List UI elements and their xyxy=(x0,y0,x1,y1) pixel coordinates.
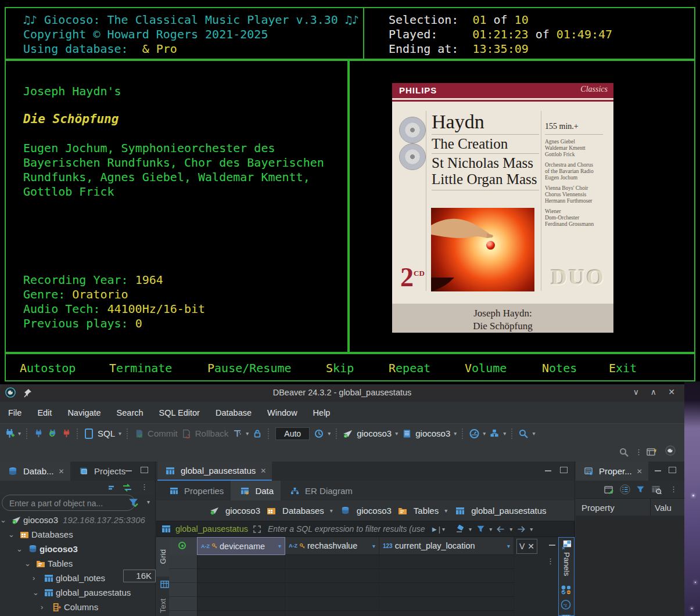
property-column-header[interactable]: Property xyxy=(576,503,615,513)
menu-notes[interactable]: Notes xyxy=(542,361,577,375)
cell[interactable] xyxy=(379,555,514,569)
connect-icon[interactable] xyxy=(33,428,44,439)
commit-icon[interactable] xyxy=(134,428,144,439)
minimize-button[interactable]: ∨ xyxy=(633,387,639,397)
cell[interactable] xyxy=(285,583,379,597)
metadata-panel-icon[interactable] xyxy=(561,613,571,616)
row-header[interactable] xyxy=(169,583,197,597)
cell[interactable] xyxy=(285,597,379,611)
tree-table-global-notes[interactable]: › global_notes xyxy=(33,571,105,585)
column-header-devicename[interactable]: A-Z devicename ▾ xyxy=(197,537,285,555)
breadcrumb-connection[interactable]: giocoso3 xyxy=(225,506,260,516)
chevron-down-icon[interactable]: ▾ xyxy=(489,526,492,532)
row-header[interactable] xyxy=(169,555,197,569)
chevron-down-icon[interactable]: ▾ xyxy=(532,430,535,437)
tab-database-navigator[interactable]: Datab... ✕ xyxy=(0,462,70,481)
panels-icon[interactable] xyxy=(561,539,572,550)
chevron-down-icon[interactable]: ▾ xyxy=(18,430,21,437)
database-selector[interactable]: giocoso3 xyxy=(415,428,450,438)
chevron-down-icon[interactable]: ▾ xyxy=(330,507,333,514)
cell[interactable] xyxy=(285,555,379,569)
subtab-data[interactable]: Data xyxy=(231,481,281,500)
commit-mode-select[interactable]: Auto xyxy=(275,427,310,440)
tree-connection-giocoso3[interactable]: ⌄ giocoso3 192.168.137.25:3306 xyxy=(0,513,145,527)
chevron-down-icon[interactable]: ▾ xyxy=(469,526,472,532)
minimize-value-panel-icon[interactable] xyxy=(549,543,555,546)
tree-table-global-pausestatus[interactable]: ⌄ global_pausestatus xyxy=(33,585,131,600)
expander-icon[interactable]: ⌄ xyxy=(8,530,17,539)
minimize-panel-icon[interactable] xyxy=(125,469,132,471)
tab-global-pausestatus[interactable]: global_pausestatus ✕ xyxy=(157,462,272,481)
apply-filter-icon[interactable]: ▶ xyxy=(432,526,437,532)
close-button[interactable]: ✕ xyxy=(668,387,675,397)
close-icon[interactable]: ✕ xyxy=(637,467,642,475)
column-header-current-play-location[interactable]: 123 current_play_location ▾ xyxy=(379,537,514,555)
transaction-log-icon[interactable] xyxy=(232,428,242,439)
cell[interactable] xyxy=(379,569,514,583)
dbeaver-perspective-icon[interactable] xyxy=(665,445,676,456)
tree-columns[interactable]: › Columns xyxy=(41,600,98,614)
maximize-editor-icon[interactable] xyxy=(560,467,568,473)
clear-filter-icon[interactable] xyxy=(455,524,465,534)
menu-search[interactable]: Search xyxy=(117,408,143,417)
menu-terminate[interactable]: Terminate xyxy=(109,361,172,375)
chevron-down-icon[interactable]: ▾ xyxy=(483,430,486,437)
expander-icon[interactable]: ⌄ xyxy=(0,516,9,524)
menu-pause-resume[interactable]: Pause/Resume xyxy=(207,361,292,375)
collapse-all-icon[interactable] xyxy=(107,482,117,493)
view-menu-icon[interactable]: ⋮ xyxy=(141,482,148,491)
database-doc-icon[interactable] xyxy=(401,428,412,439)
cell[interactable] xyxy=(379,583,514,597)
menu-exit[interactable]: Exit xyxy=(609,361,637,375)
connection-selector[interactable]: giocoso3 xyxy=(357,428,392,438)
properties-menu-icon[interactable]: ⋮ xyxy=(670,485,677,493)
rollback-icon[interactable] xyxy=(181,428,192,439)
row-header[interactable] xyxy=(169,611,197,616)
chevron-down-icon[interactable]: ▾ xyxy=(147,499,150,505)
cell[interactable] xyxy=(379,611,514,616)
filters-icon[interactable] xyxy=(475,524,486,534)
sql-label[interactable]: SQL xyxy=(98,428,115,438)
expander-icon[interactable]: › xyxy=(33,574,42,582)
overflow-menu-icon[interactable]: ⋮ xyxy=(635,448,642,456)
tree-databases[interactable]: ⌄ Databases xyxy=(8,527,73,542)
cell[interactable] xyxy=(197,583,285,597)
reconnect-icon[interactable] xyxy=(47,428,58,439)
menu-skip[interactable]: Skip xyxy=(326,361,354,375)
view-as-table-icon[interactable] xyxy=(651,484,662,495)
chevron-down-icon[interactable]: ▾ xyxy=(246,430,249,437)
expand-filter-icon[interactable] xyxy=(252,524,263,534)
dbeaver-titlebar[interactable]: DBeaver 24.3.2 - global_pausestatus ∨ ∧ … xyxy=(0,384,684,402)
row-header[interactable] xyxy=(169,569,197,583)
breadcrumb-databases[interactable]: Databases xyxy=(282,506,324,516)
cell[interactable] xyxy=(197,611,285,616)
column-header-rechashvalue[interactable]: A-Z rechashvalue ▾ xyxy=(285,537,379,555)
menu-file[interactable]: File xyxy=(8,408,21,417)
chevron-down-icon[interactable]: ▾ xyxy=(442,526,445,532)
maximize-panel-icon[interactable] xyxy=(141,467,148,473)
breadcrumb-table[interactable]: global_pausestatus xyxy=(471,506,546,516)
search-icon[interactable] xyxy=(619,447,629,458)
minimize-editor-icon[interactable] xyxy=(545,469,551,471)
tab-text-view[interactable]: Text xyxy=(156,590,169,616)
breadcrumb-database[interactable]: giocoso3 xyxy=(357,506,392,516)
new-connection-icon[interactable] xyxy=(4,428,15,439)
search-metadata-icon[interactable] xyxy=(518,428,529,439)
subtab-er-diagram[interactable]: ER Diagram xyxy=(281,481,360,500)
cell[interactable] xyxy=(285,569,379,583)
grid-view-icon[interactable] xyxy=(159,579,170,589)
active-connection-icon[interactable] xyxy=(343,428,353,439)
menu-autostop[interactable]: Autostop xyxy=(20,361,76,375)
record-navigation-icon[interactable] xyxy=(561,585,571,595)
disconnect-icon[interactable] xyxy=(61,428,71,439)
chevron-down-icon[interactable]: ▾ xyxy=(509,526,512,532)
subtab-properties[interactable]: Properties xyxy=(160,481,231,500)
close-icon[interactable]: ✕ xyxy=(260,467,266,475)
maximize-button[interactable]: ∧ xyxy=(651,387,656,397)
cell[interactable] xyxy=(379,597,514,611)
row-header[interactable] xyxy=(169,597,197,611)
column-dropdown-icon[interactable]: ▾ xyxy=(372,543,375,549)
cell[interactable] xyxy=(285,611,379,616)
transaction-history-icon[interactable] xyxy=(314,428,324,439)
menu-edit[interactable]: Edit xyxy=(37,408,52,417)
